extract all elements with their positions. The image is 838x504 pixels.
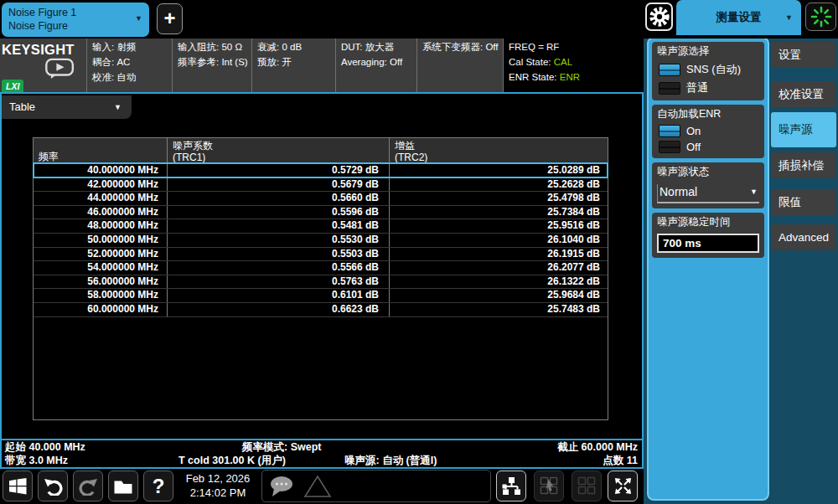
enr-state: ENR State: ENR <box>509 70 642 85</box>
table-row[interactable]: 40.000000 MHz0.5729 dB25.0289 dB <box>34 164 608 178</box>
col-header-frequency: 频率 <box>34 138 167 163</box>
chevron-down-icon[interactable]: ▼ <box>135 14 142 24</box>
auto-load-enr-group: 自动加载ENR On Off <box>652 105 764 158</box>
radio-label: On <box>686 125 701 137</box>
multiscreen-button[interactable] <box>572 471 602 501</box>
preamp: 预放: 开 <box>257 55 335 70</box>
main-window: Table ▼ 频率 噪声系数(TRC1) 增益(TRC2) 40.000000… <box>0 92 644 469</box>
touch-mode-button[interactable] <box>534 471 564 501</box>
settings-dropdown-tab[interactable]: 测量设置 ▼ <box>676 0 801 35</box>
table-row[interactable]: 54.000000 MHz0.5566 dB26.2077 dB <box>34 261 608 275</box>
touch-grid-icon <box>540 476 559 496</box>
input-impedance: 输入阻抗: 50 Ω <box>178 40 251 55</box>
radio-indicator-on[interactable] <box>659 125 680 137</box>
table-row[interactable]: 44.000000 MHz0.5660 dB25.4798 dB <box>34 192 608 206</box>
results-table: 频率 噪声系数(TRC1) 增益(TRC2) 40.000000 MHz0.57… <box>33 137 608 420</box>
status-start-freq: 起始 40.000 MHz <box>5 440 85 455</box>
table-row[interactable]: 52.000000 MHz0.5503 dB26.1915 dB <box>34 248 608 262</box>
table-row[interactable]: 50.000000 MHz0.5530 dB26.1040 dB <box>34 234 608 248</box>
menu-limits[interactable]: 限值 <box>771 189 836 215</box>
table-row[interactable]: 60.000000 MHz0.6623 dB25.7483 dB <box>34 303 608 317</box>
cal-state-value: CAL <box>554 57 572 67</box>
datetime-display[interactable]: Feb 12, 2026 2:14:02 PM <box>176 471 260 500</box>
input-mode: 输入: 射频 <box>92 40 172 55</box>
help-icon: ? <box>153 475 165 498</box>
view-selector-dropdown[interactable]: Table ▼ <box>2 95 132 119</box>
radio-label: 普通 <box>686 80 708 95</box>
radio-indicator-off[interactable] <box>659 82 680 95</box>
radio-sns-auto[interactable]: SNS (自动) <box>659 62 759 77</box>
system-settings-button[interactable] <box>645 3 673 31</box>
averaging: Averaging: Off <box>341 55 416 70</box>
header-attenuation: 衰减: 0 dB 预放: 开 <box>251 39 335 92</box>
chevron-down-icon: ▼ <box>785 13 793 22</box>
status-bar: 起始 40.000 MHz 频率模式: Swept 截止 60.000 MHz … <box>2 440 642 467</box>
measurement-tab-subtitle: Noise Figure <box>8 19 142 33</box>
radio-indicator-off[interactable] <box>659 141 680 153</box>
noise-source-panel: 噪声源选择 SNS (自动) 普通 自动加载ENR On Off 噪声源状态 N… <box>647 37 769 501</box>
status-tcold: T cold 301.00 K (用户) <box>178 454 286 468</box>
chevron-down-icon: ▼ <box>750 188 758 196</box>
redo-icon <box>79 477 98 496</box>
menu-loss-comp[interactable]: 插损补偿 <box>771 152 836 178</box>
radio-label: SNS (自动) <box>686 62 741 77</box>
measurement-setup-button[interactable] <box>496 471 526 501</box>
table-row[interactable]: 48.000000 MHz0.5481 dB25.9516 dB <box>34 219 608 234</box>
date-text: Feb 12, 2026 <box>176 471 260 486</box>
message-tray[interactable] <box>261 470 491 502</box>
enr-state-value: ENR <box>560 72 580 82</box>
table-header-row: 频率 噪声系数(TRC1) 增益(TRC2) <box>34 138 608 164</box>
settling-time-group: 噪声源稳定时间 700 ms <box>652 213 764 258</box>
table-row[interactable]: 56.000000 MHz0.5763 dB26.1322 dB <box>34 275 608 290</box>
table-row[interactable]: 42.000000 MHz0.5679 dB25.2628 dB <box>34 178 608 193</box>
warning-triangle-icon <box>303 474 333 499</box>
add-measurement-button[interactable]: + <box>157 3 183 34</box>
freq-mode: FREQ = RF <box>509 40 642 55</box>
help-button[interactable]: ? <box>143 471 173 501</box>
table-row[interactable]: 58.000000 MHz0.6101 dB25.9684 dB <box>34 289 608 303</box>
windows-logo-icon <box>9 478 27 495</box>
group-title: 噪声源选择 <box>657 44 759 59</box>
view-selector-label: Table <box>9 100 35 113</box>
file-button[interactable] <box>108 471 138 501</box>
top-bar: Noise Figure 1 Noise Figure ▼ + 测量设置 ▼ <box>0 0 838 39</box>
menu-cal-setup[interactable]: 校准设置 <box>771 81 836 107</box>
radio-enr-on[interactable]: On <box>659 125 759 137</box>
undo-button[interactable] <box>38 471 68 501</box>
settling-time-input[interactable]: 700 ms <box>657 234 759 253</box>
message-bubble-icon[interactable] <box>44 58 77 80</box>
chevron-down-icon: ▼ <box>114 95 122 119</box>
windows-start-button[interactable] <box>3 471 33 501</box>
noise-source-state-dropdown[interactable]: Normal ▼ <box>657 184 759 203</box>
table-row[interactable]: 46.000000 MHz0.5596 dB25.7384 dB <box>34 206 608 220</box>
radio-enr-off[interactable]: Off <box>659 141 759 153</box>
attenuation: 衰减: 0 dB <box>257 40 335 55</box>
busy-indicator-button[interactable] <box>805 3 836 31</box>
menu-advanced[interactable]: Advanced <box>771 224 836 250</box>
busy-spinner-icon <box>810 6 832 28</box>
bottom-toolbar: ? Feb 12, 2026 2:14:02 PM <box>0 469 644 504</box>
status-bandwidth: 带宽 3.0 MHz <box>5 454 68 468</box>
expand-arrows-icon <box>613 476 633 496</box>
dut-type: DUT: 放大器 <box>341 40 416 55</box>
radio-indicator-on[interactable] <box>659 64 680 76</box>
redo-button[interactable] <box>73 471 103 501</box>
menu-settings[interactable]: 设置 <box>771 42 836 68</box>
alignment: 校准: 自动 <box>92 70 172 85</box>
header-input-settings: 输入: 射频 耦合: AC 校准: 自动 <box>86 39 172 92</box>
header-impedance: 输入阻抗: 50 Ω 频率参考: Int (S) <box>172 39 251 92</box>
group-title: 噪声源状态 <box>657 165 759 179</box>
col-header-gain: 增益(TRC2) <box>389 138 608 163</box>
header-sysdc: 系统下变频器: Off <box>416 39 503 92</box>
menu-noise-source-active[interactable]: 噪声源 <box>771 112 836 147</box>
status-noise-source: 噪声源: 自动 (普通I) <box>344 454 437 468</box>
group-title: 自动加载ENR <box>657 107 759 121</box>
radio-normal-source[interactable]: 普通 <box>659 80 759 95</box>
radio-label: Off <box>686 141 701 153</box>
fullscreen-button[interactable] <box>608 471 638 501</box>
measurement-tab[interactable]: Noise Figure 1 Noise Figure ▼ <box>2 3 149 37</box>
dropdown-value: Normal <box>660 185 697 198</box>
speech-bubble-icon <box>267 474 301 499</box>
freq-state-box: FREQ = RF Cal State: CAL ENR State: ENR <box>503 39 642 92</box>
settings-tab-label: 测量设置 <box>716 10 762 25</box>
